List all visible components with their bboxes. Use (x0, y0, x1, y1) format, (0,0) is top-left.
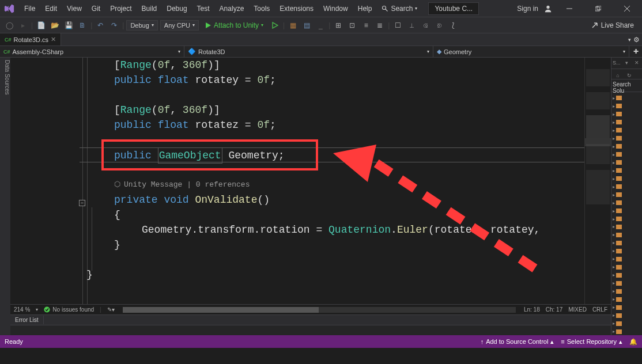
svg-line-1 (386, 9, 388, 11)
tb-icon-11[interactable]: ⟄ (434, 20, 444, 31)
tab-overflow-dd[interactable]: ▾ (628, 37, 631, 43)
class-icon: 🔷 (188, 48, 196, 55)
code-editor[interactable]: − [Range(0f, 360f)] public float rotatey… (10, 58, 611, 304)
menu-edit[interactable]: Edit (40, 2, 62, 15)
cursor-col: Ch: 17 (546, 306, 562, 313)
menu-view[interactable]: View (62, 2, 86, 15)
tb-icon-6[interactable]: ≡ (361, 20, 371, 31)
menu-analyze[interactable]: Analyze (215, 2, 249, 15)
menu-test[interactable]: Test (192, 2, 214, 15)
solution-explorer: S... ▾ ✕ ⌂ ↻ Search Solu ▸ ▸ ▸ ▸ ▸ ▸ ▸ ▸… (611, 58, 642, 335)
cursor-line: Ln: 18 (524, 306, 540, 313)
eol-toggle[interactable]: CRLF (592, 306, 607, 313)
config-dropdown[interactable]: Debug▾ (126, 20, 157, 31)
live-share-icon (591, 21, 599, 29)
platform-dropdown[interactable]: Any CPU▾ (160, 20, 199, 31)
quick-search[interactable]: Search ▾ (377, 2, 422, 15)
tb-icon-1[interactable]: ▦ (288, 20, 298, 31)
tab-close-icon[interactable]: ✕ (51, 36, 56, 43)
se-pin-icon[interactable]: ✕ (632, 58, 642, 68)
live-share-button[interactable]: Live Share (586, 20, 639, 31)
encoding-toggle[interactable]: MIXED (568, 306, 587, 313)
tb-icon-2[interactable]: ▤ (301, 20, 312, 31)
tab-rotate3d[interactable]: C# Rotate3D.cs ✕ (0, 33, 61, 46)
svg-point-0 (383, 6, 386, 9)
redo-icon[interactable]: ↷ (109, 20, 119, 31)
status-bar: Ready ↑ Add to Source Control ▴ ≡ Select… (0, 335, 642, 348)
zoom-level[interactable]: 214 % (14, 306, 30, 313)
svg-point-2 (546, 5, 549, 8)
user-icon[interactable] (544, 5, 552, 13)
fold-button[interactable]: − (79, 200, 85, 206)
nav-split-button[interactable]: ✚ (629, 46, 642, 57)
menu-project[interactable]: Project (105, 2, 136, 15)
tb-icon-8[interactable]: ☐ (392, 20, 403, 31)
h-scrollbar[interactable] (123, 307, 516, 313)
main-menu: File Edit View Git Project Build Debug T… (20, 2, 517, 15)
csharp-icon: C# (3, 49, 10, 55)
close-button[interactable] (615, 1, 639, 17)
editor-status-strip: 214 %▾ No issues found | ✎▾ Ln: 18 Ch: 1… (10, 304, 611, 314)
vs-logo-icon (3, 3, 15, 14)
main-toolbar: ◯ ▸ | 📄 📂 💾 🗎 | ↶ ↷ | Debug▾ Any CPU▾ At… (0, 17, 642, 33)
menu-tools[interactable]: Tools (249, 2, 274, 15)
play-nodebug-icon[interactable] (270, 20, 280, 31)
svg-point-9 (44, 307, 50, 313)
menu-debug[interactable]: Debug (162, 2, 191, 15)
source-control-button[interactable]: ↑ Add to Source Control ▴ (481, 338, 554, 346)
nav-fwd-icon[interactable]: ▸ (18, 20, 28, 31)
notifications-icon[interactable]: 🔔 (629, 338, 637, 346)
menu-extensions[interactable]: Extensions (275, 2, 318, 15)
se-tab[interactable]: S... (611, 58, 622, 68)
start-debug-button[interactable]: Attach to Unity▾ (201, 20, 267, 31)
ok-check-icon (44, 306, 50, 313)
tab-settings-icon[interactable]: ⚙ (633, 36, 640, 44)
editor-gutter: − (10, 58, 85, 304)
menu-build[interactable]: Build (137, 2, 162, 15)
save-all-icon[interactable]: 🗎 (77, 20, 88, 31)
minimize-button[interactable] (558, 1, 581, 17)
tb-icon-7[interactable]: ≣ (375, 20, 385, 31)
search-label: Search (391, 5, 413, 13)
minimap[interactable] (584, 58, 611, 304)
status-ready: Ready (5, 338, 23, 345)
se-close-icon[interactable]: ▾ (622, 58, 632, 68)
error-list-panel[interactable] (10, 325, 611, 335)
issues-indicator[interactable]: No issues found (44, 306, 94, 313)
tb-icon-3[interactable]: _ (315, 20, 326, 31)
side-tab-data-sources[interactable]: Data Sources (0, 58, 10, 335)
document-tabs: C# Rotate3D.cs ✕ ▾ ⚙ (0, 33, 642, 46)
code-content[interactable]: [Range(0f, 360f)] public float rotatey =… (85, 58, 611, 304)
search-icon (382, 5, 388, 12)
restore-button[interactable] (587, 1, 610, 17)
tb-icon-12[interactable]: ⟅ (448, 20, 458, 31)
title-bar: File Edit View Git Project Build Debug T… (0, 0, 642, 17)
new-item-icon[interactable]: 📄 (36, 20, 46, 31)
error-list-tab[interactable]: Error List (10, 316, 44, 324)
tb-icon-10[interactable]: ⟃ (420, 20, 430, 31)
se-search-box[interactable]: Search Solu (611, 79, 642, 92)
open-icon[interactable]: 📂 (50, 20, 60, 31)
nav-member[interactable]: ◆ Geometry ▾ (433, 46, 629, 57)
menu-file[interactable]: File (20, 2, 40, 15)
menu-window[interactable]: Window (319, 2, 353, 15)
se-tree[interactable]: ▸ ▸ ▸ ▸ ▸ ▸ ▸ ▸ ▸ ▸ ▸ ▸ ▸ ▸ ▸ ▸ ▸ ▸ ▸ ▸ … (611, 92, 642, 335)
solution-button[interactable]: Youtube C... (428, 2, 479, 15)
save-icon[interactable]: 💾 (63, 20, 74, 31)
nav-bar: C# Assembly-CSharp ▾ 🔷 Rotate3D ▾ ◆ Geom… (0, 46, 642, 58)
repo-button[interactable]: ≡ Select Repository ▴ (561, 338, 622, 346)
field-icon: ◆ (437, 48, 441, 55)
unity-icon: ⬡ (114, 177, 120, 192)
tb-icon-5[interactable]: ⊡ (347, 20, 357, 31)
nav-assembly[interactable]: C# Assembly-CSharp ▾ (0, 46, 184, 57)
undo-icon[interactable]: ↶ (95, 20, 105, 31)
menu-git[interactable]: Git (87, 2, 105, 15)
tab-label: Rotate3D.cs (14, 36, 49, 43)
nav-class[interactable]: 🔷 Rotate3D ▾ (184, 46, 433, 57)
tb-icon-4[interactable]: ⊞ (333, 20, 343, 31)
pen-icon[interactable]: ✎▾ (107, 306, 115, 313)
menu-help[interactable]: Help (353, 2, 377, 15)
sign-in-link[interactable]: Sign in (517, 5, 538, 13)
tb-icon-9[interactable]: ⟂ (406, 20, 417, 31)
nav-back-icon[interactable]: ◯ (4, 20, 14, 31)
